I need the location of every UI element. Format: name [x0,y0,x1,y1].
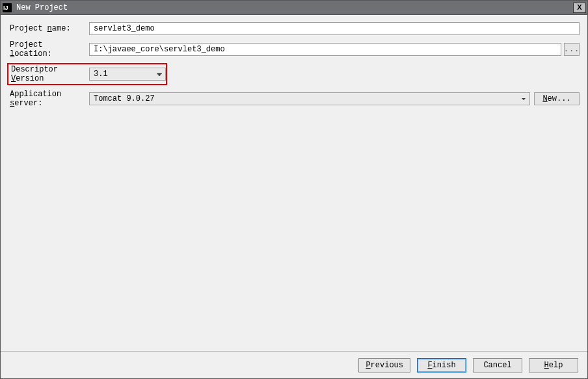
descriptor-version-highlight: Descriptor Version 3.1 [7,63,167,85]
descriptor-version-label: Descriptor Version [10,65,89,83]
window-title: New Project [16,3,68,12]
cancel-button[interactable]: Cancel [473,358,522,372]
svg-text:IJ: IJ [3,5,8,11]
project-location-input[interactable] [89,43,561,56]
application-server-value: Tomcat 9.0.27 [94,94,155,103]
descriptor-version-value: 3.1 [94,70,108,79]
title-bar: IJ New Project X [1,1,587,15]
app-logo-icon: IJ [2,3,12,13]
descriptor-version-row: Descriptor Version 3.1 [8,63,580,85]
application-server-row: Application server: Tomcat 9.0.27 New... [8,92,580,106]
project-location-label: Project location: [8,40,89,59]
dialog-content: Project name: Project location: ... Desc… [1,15,587,351]
application-server-label: Application server: [8,90,89,108]
browse-location-button[interactable]: ... [564,43,580,56]
project-name-row: Project name: [8,21,580,36]
chevron-down-icon [156,71,163,77]
finish-button[interactable]: Finish [417,358,466,372]
descriptor-version-select[interactable]: 3.1 [89,68,166,81]
close-button[interactable]: X [573,3,586,13]
chevron-down-icon [520,96,527,102]
ellipsis-icon: ... [564,45,580,54]
project-name-input[interactable] [89,22,580,35]
help-button[interactable]: Help [529,358,578,372]
new-server-button[interactable]: New... [534,92,580,105]
application-server-select[interactable]: Tomcat 9.0.27 [89,92,530,105]
project-location-row: Project location: ... [8,42,580,57]
dialog-footer: Previous Finish Cancel Help [1,351,587,378]
close-icon: X [577,4,581,11]
previous-button[interactable]: Previous [358,358,410,372]
new-project-dialog: IJ New Project X Project name: Project l… [0,0,588,379]
project-name-label: Project name: [8,24,89,33]
